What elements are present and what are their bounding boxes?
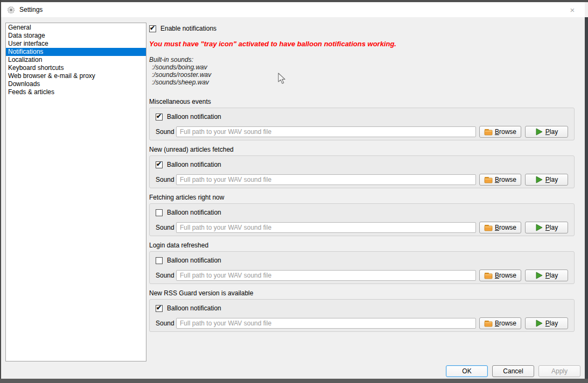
balloon-checkbox[interactable] xyxy=(156,209,163,216)
sidebar-item-web-browser-e-mail-proxy[interactable]: Web browser & e-mail & proxy xyxy=(6,72,146,80)
window-edge-right xyxy=(585,17,588,379)
section-panel: Balloon notification Sound Browse xyxy=(149,251,575,284)
browse-label: Browse xyxy=(495,128,516,136)
sidebar-item-feeds-articles[interactable]: Feeds & articles xyxy=(6,88,146,96)
balloon-row: Balloon notification xyxy=(156,208,568,217)
section-title: New (unread) articles fetched xyxy=(149,146,575,153)
settings-content: Enable notifications You must have "tray… xyxy=(149,24,575,337)
sound-row: Sound Browse Play xyxy=(156,174,568,186)
sidebar-item-notifications[interactable]: Notifications xyxy=(6,48,146,56)
builtin-sounds-title: Built-in sounds: xyxy=(149,56,575,63)
sidebar-item-keyboard-shortcuts[interactable]: Keyboard shortcuts xyxy=(6,64,146,72)
sound-label: Sound xyxy=(156,176,173,183)
section-panel: Balloon notification Sound Browse xyxy=(149,299,575,332)
sound-row: Sound Browse Play xyxy=(156,126,568,138)
browse-button[interactable]: Browse xyxy=(479,317,521,329)
folder-icon xyxy=(484,272,493,279)
folder-icon xyxy=(484,176,493,183)
balloon-checkbox[interactable] xyxy=(156,305,163,312)
balloon-row: Balloon notification xyxy=(156,160,568,169)
sidebar-item-user-interface[interactable]: User interface xyxy=(6,40,146,48)
sound-input[interactable] xyxy=(176,318,476,329)
notification-section: Fetching articles right now Balloon noti… xyxy=(149,194,575,236)
play-button[interactable]: Play xyxy=(525,174,568,186)
folder-icon xyxy=(484,128,493,136)
play-button[interactable]: Play xyxy=(525,222,568,233)
browse-label: Browse xyxy=(495,176,516,183)
sound-row: Sound Browse Play xyxy=(156,317,568,329)
sidebar-item-general[interactable]: General xyxy=(6,24,146,32)
play-label: Play xyxy=(545,224,558,231)
play-icon xyxy=(535,320,543,327)
section-panel: Balloon notification Sound Browse xyxy=(149,108,575,140)
sound-input[interactable] xyxy=(176,270,476,281)
enable-notifications-row: Enable notifications xyxy=(149,24,575,33)
sound-label: Sound xyxy=(156,272,173,279)
sound-label: Sound xyxy=(156,224,173,231)
browse-button[interactable]: Browse xyxy=(479,269,521,281)
play-button[interactable]: Play xyxy=(525,317,568,329)
balloon-row: Balloon notification xyxy=(156,256,568,265)
sidebar-item-data-storage[interactable]: Data storage xyxy=(6,32,146,40)
window-edge-bottom xyxy=(0,379,588,383)
gear-icon xyxy=(7,6,15,14)
balloon-row: Balloon notification xyxy=(156,112,568,121)
titlebar: Settings × xyxy=(1,2,585,17)
sidebar-item-localization[interactable]: Localization xyxy=(6,56,146,64)
section-panel: Balloon notification Sound Browse xyxy=(149,203,575,236)
sound-input[interactable] xyxy=(176,126,476,137)
folder-icon xyxy=(484,320,493,327)
play-label: Play xyxy=(545,320,558,327)
balloon-checkbox[interactable] xyxy=(156,114,163,120)
enable-notifications-label: Enable notifications xyxy=(160,25,216,32)
window-edge-left xyxy=(0,0,1,383)
section-title: New RSS Guard version is available xyxy=(149,289,575,297)
sidebar-list: GeneralData storageUser interfaceNotific… xyxy=(5,23,146,361)
enable-notifications-checkbox[interactable] xyxy=(149,25,156,32)
sound-input[interactable] xyxy=(176,174,476,185)
ok-button[interactable]: OK xyxy=(446,365,488,377)
balloon-label: Balloon notification xyxy=(167,209,221,216)
play-icon xyxy=(535,176,543,183)
sound-input[interactable] xyxy=(176,222,476,233)
balloon-row: Balloon notification xyxy=(156,304,568,313)
builtin-sound-path: :/sounds/sheep.wav xyxy=(149,79,575,86)
folder-icon xyxy=(484,224,493,231)
browse-button[interactable]: Browse xyxy=(479,126,521,138)
balloon-checkbox[interactable] xyxy=(156,161,163,168)
play-icon xyxy=(535,272,543,279)
dialog-footer: OK Cancel Apply xyxy=(446,365,580,377)
builtin-sounds-block: Built-in sounds: :/sounds/boing.wav :/so… xyxy=(149,56,575,86)
sound-label: Sound xyxy=(156,320,173,327)
sections: Miscellaneous events Balloon notificatio… xyxy=(149,98,575,332)
notification-section: Login data refreshed Balloon notificatio… xyxy=(149,242,575,284)
notification-section: New (unread) articles fetched Balloon no… xyxy=(149,146,575,188)
sound-row: Sound Browse Play xyxy=(156,222,568,233)
browse-label: Browse xyxy=(495,320,516,327)
play-icon xyxy=(535,224,543,231)
settings-window: Settings × GeneralData storageUser inter… xyxy=(0,0,588,383)
close-icon[interactable]: × xyxy=(564,3,580,16)
browse-button[interactable]: Browse xyxy=(479,174,521,186)
apply-button[interactable]: Apply xyxy=(538,365,580,377)
browse-button[interactable]: Browse xyxy=(479,222,521,233)
play-label: Play xyxy=(545,176,558,183)
play-button[interactable]: Play xyxy=(525,269,568,281)
section-title: Miscellaneous events xyxy=(149,98,575,105)
window-title: Settings xyxy=(19,6,43,13)
play-button[interactable]: Play xyxy=(525,126,568,138)
browse-label: Browse xyxy=(495,272,516,279)
cancel-button[interactable]: Cancel xyxy=(492,365,534,377)
sidebar-item-downloads[interactable]: Downloads xyxy=(6,80,146,88)
sound-row: Sound Browse Play xyxy=(156,269,568,281)
notification-section: Miscellaneous events Balloon notificatio… xyxy=(149,98,575,140)
balloon-label: Balloon notification xyxy=(167,161,221,168)
balloon-checkbox[interactable] xyxy=(156,257,163,264)
section-panel: Balloon notification Sound Browse xyxy=(149,155,575,188)
balloon-label: Balloon notification xyxy=(167,113,221,120)
balloon-label: Balloon notification xyxy=(167,304,221,312)
balloon-label: Balloon notification xyxy=(167,257,221,264)
section-title: Login data refreshed xyxy=(149,242,575,249)
play-icon xyxy=(535,128,543,136)
builtin-sound-path: :/sounds/boing.wav xyxy=(149,63,575,71)
